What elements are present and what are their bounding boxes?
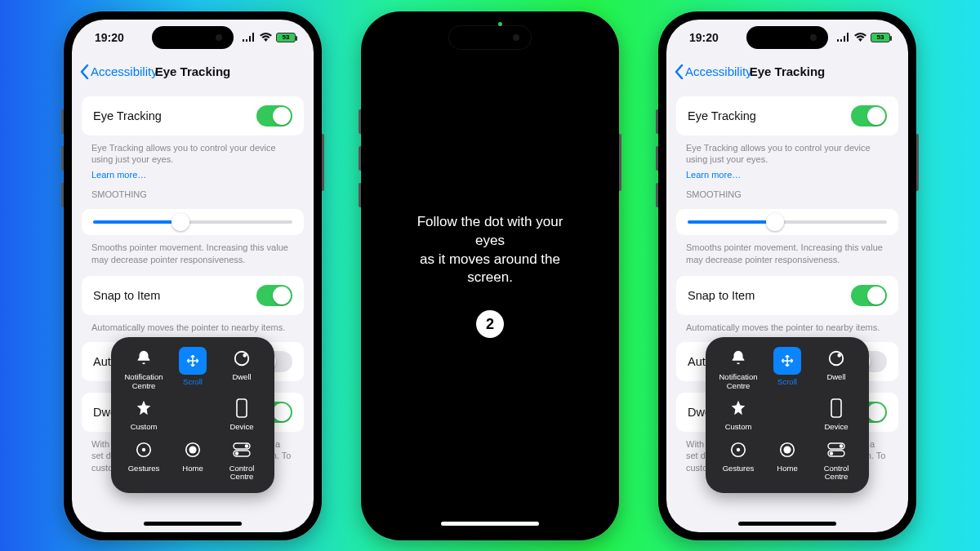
slider-smoothing[interactable] [82, 209, 304, 235]
calibration-screen: Follow the dot with your eyes as it move… [369, 20, 611, 532]
phone-right: 19:20 53 Accessibility Eye Tracking Eye … [658, 11, 916, 540]
svg-point-19 [830, 352, 844, 366]
row-label: Eye Tracking [688, 109, 756, 122]
gestures-icon [727, 438, 750, 461]
svg-rect-0 [243, 39, 244, 42]
home-indicator[interactable] [144, 522, 242, 526]
svg-rect-16 [840, 39, 842, 42]
at-item-scroll[interactable]: Scroll [168, 347, 217, 390]
dynamic-island [449, 26, 531, 49]
svg-point-20 [838, 354, 840, 357]
star-icon [727, 397, 750, 420]
status-time: 19:20 [689, 31, 719, 44]
svg-point-4 [235, 352, 249, 366]
phone-left: 19:20 53 Accessibility Eye Tracking Eye … [64, 11, 322, 540]
gestures-icon [132, 438, 155, 461]
at-item-custom[interactable]: Custom [714, 397, 763, 431]
bell-icon [727, 347, 750, 370]
dwell-icon [230, 347, 253, 370]
row-eye-tracking: Eye Tracking [676, 96, 898, 136]
at-item-notification-centre[interactable]: Notification Centre [714, 347, 763, 390]
cellular-icon [243, 33, 256, 42]
svg-rect-2 [249, 36, 251, 42]
home-indicator[interactable] [738, 522, 836, 526]
wifi-icon [260, 33, 272, 42]
scroll-icon [185, 353, 201, 369]
cellular-icon [837, 33, 850, 42]
slider-smoothing[interactable] [676, 209, 898, 235]
svg-rect-18 [847, 33, 849, 42]
desc-smoothing: Smooths pointer movement. Increasing thi… [666, 238, 908, 266]
svg-rect-17 [844, 36, 845, 42]
at-item-home[interactable]: Home [168, 438, 217, 482]
svg-point-14 [235, 451, 238, 455]
calibration-text: Follow the dot with your eyes as it move… [402, 213, 578, 288]
dynamic-island [152, 26, 234, 49]
assistivetouch-menu[interactable]: Notification Centre Scroll Dwell Custom … [111, 337, 274, 492]
home-icon [181, 438, 204, 461]
learn-more-link[interactable]: Learn more… [72, 166, 314, 181]
row-label: Snap to Item [93, 289, 160, 302]
svg-rect-6 [237, 399, 247, 417]
battery-icon: 53 [276, 33, 296, 42]
svg-point-23 [737, 448, 740, 451]
phone-center: Follow the dot with your eyes as it move… [361, 11, 619, 540]
at-item-gestures[interactable]: Gestures [714, 438, 763, 482]
toggle-snap[interactable] [851, 285, 887, 306]
desc-eye-tracking: Eye Tracking allows you to control your … [666, 139, 908, 167]
at-item-dwell[interactable]: Dwell [812, 347, 861, 390]
at-item-scroll[interactable]: Scroll [763, 347, 812, 390]
toggle-eye-tracking[interactable] [851, 105, 887, 127]
svg-point-27 [840, 444, 843, 447]
at-item-notification-centre[interactable]: Notification Centre [119, 347, 168, 390]
device-icon [230, 397, 253, 420]
dynamic-island [746, 26, 828, 49]
home-icon [776, 438, 799, 461]
svg-point-29 [830, 451, 833, 455]
control-centre-icon [230, 438, 253, 461]
at-item-device[interactable]: Device [217, 397, 266, 431]
scroll-icon [779, 353, 795, 369]
svg-rect-1 [246, 39, 247, 42]
section-smoothing: Smoothing [72, 181, 314, 201]
toggle-eye-tracking[interactable] [256, 105, 292, 127]
at-item-home[interactable]: Home [763, 438, 812, 482]
dwell-icon [825, 347, 848, 370]
row-label: Snap to Item [688, 289, 755, 302]
at-item-custom[interactable]: Custom [119, 397, 168, 431]
svg-point-8 [143, 448, 145, 451]
svg-rect-15 [837, 39, 839, 42]
at-item-control-centre[interactable]: Control Centre [812, 438, 861, 482]
desc-snap: Automatically moves the pointer to nearb… [72, 318, 314, 334]
svg-point-10 [189, 446, 196, 453]
desc-smoothing: Smooths pointer movement. Increasing thi… [72, 238, 314, 266]
desc-eye-tracking: Eye Tracking allows you to control your … [72, 139, 314, 167]
svg-point-12 [245, 444, 248, 447]
at-item-device[interactable]: Device [812, 397, 861, 431]
back-button[interactable]: Accessibility [80, 64, 158, 79]
page-title: Eye Tracking [155, 64, 231, 78]
assistivetouch-menu[interactable]: Notification Centre Scroll Dwell Custom … [706, 337, 869, 492]
svg-rect-3 [252, 33, 254, 42]
wifi-icon [854, 33, 866, 42]
chevron-left-icon [80, 64, 89, 79]
at-item-dwell[interactable]: Dwell [217, 347, 266, 390]
chevron-left-icon [675, 64, 684, 79]
at-item-control-centre[interactable]: Control Centre [217, 438, 266, 482]
row-snap: Snap to Item [676, 276, 898, 315]
battery-icon: 53 [871, 33, 890, 42]
at-item-gestures[interactable]: Gestures [119, 438, 168, 482]
svg-point-25 [783, 446, 791, 453]
learn-more-link[interactable]: Learn more… [666, 166, 908, 181]
toggle-snap[interactable] [256, 285, 292, 306]
nav-bar: Accessibility Eye Tracking [72, 56, 314, 88]
status-time: 19:20 [95, 31, 124, 44]
nav-bar: Accessibility Eye Tracking [666, 56, 908, 88]
back-button[interactable]: Accessibility [675, 64, 752, 79]
star-icon [132, 397, 155, 420]
row-label: Eye Tracking [93, 109, 162, 122]
camera-indicator-icon [498, 22, 502, 26]
home-indicator[interactable] [441, 522, 539, 526]
svg-rect-21 [831, 399, 841, 417]
control-centre-icon [825, 438, 848, 461]
